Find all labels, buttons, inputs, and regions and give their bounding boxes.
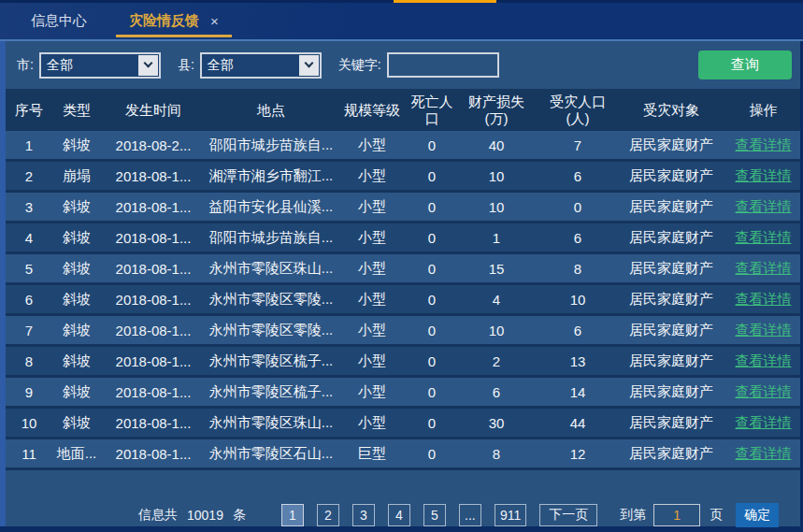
- table-row: 8斜坡2018-08-1...永州市零陵区梳子...小型0213居民家庭财产查看…: [6, 347, 800, 375]
- city-label: 市:: [17, 57, 34, 74]
- tab-disaster-feedback-label: 灾险情反馈: [129, 12, 199, 30]
- table-cell-place: 永州市零陵区珠山...: [206, 414, 337, 432]
- table-cell-target: 居民家庭财产: [619, 198, 724, 216]
- column-header-line: 规模等级: [337, 102, 408, 118]
- view-details-link[interactable]: 查看详情: [724, 322, 803, 339]
- page-button[interactable]: 3: [352, 504, 375, 526]
- tab-disaster-feedback[interactable]: 灾险情反馈 ×: [116, 3, 232, 39]
- column-header-line: 财产损失: [456, 93, 537, 109]
- table-cell-type: 地面...: [52, 445, 101, 463]
- table-cell-deaths: 0: [408, 199, 456, 215]
- table-cell-affected: 6: [537, 323, 619, 338]
- table-cell-scale: 小型: [337, 198, 408, 216]
- city-select[interactable]: 全部: [39, 52, 161, 79]
- view-details-link[interactable]: 查看详情: [724, 414, 803, 432]
- view-details-link[interactable]: 查看详情: [724, 383, 803, 401]
- table-cell-loss: 1: [456, 230, 537, 246]
- table-cell-scale: 小型: [337, 137, 408, 154]
- table-cell-target: 居民家庭财产: [619, 229, 724, 247]
- column-header: 受灾对象: [619, 102, 724, 118]
- city-select-value: 全部: [47, 57, 73, 74]
- table-cell-scale: 小型: [337, 352, 408, 370]
- table-cell-loss: 10: [456, 168, 537, 184]
- page-button[interactable]: ...: [459, 504, 481, 526]
- table-cell-affected: 0: [537, 199, 619, 215]
- table-cell-type: 斜坡: [52, 383, 101, 401]
- page-button[interactable]: 1: [281, 504, 304, 526]
- table-cell-deaths: 0: [408, 323, 456, 338]
- pagination-summary: 信息共 10019 条: [138, 507, 255, 524]
- page-button[interactable]: 5: [423, 504, 446, 526]
- view-details-link[interactable]: 查看详情: [724, 352, 803, 370]
- table-cell-no: 3: [6, 199, 52, 215]
- column-header: 规模等级: [337, 102, 408, 118]
- column-header-line: 发生时间: [101, 102, 206, 118]
- view-details-link[interactable]: 查看详情: [724, 445, 803, 463]
- table-cell-no: 11: [6, 446, 52, 462]
- search-button[interactable]: 查询: [698, 50, 792, 79]
- table-row: 10斜坡2018-08-1...永州市零陵区珠山...小型03044居民家庭财产…: [6, 409, 800, 437]
- page-button[interactable]: 911: [495, 504, 526, 526]
- county-select[interactable]: 全部: [200, 52, 322, 79]
- table-cell-target: 居民家庭财产: [619, 167, 724, 185]
- table-cell-time: 2018-08-1...: [101, 384, 206, 400]
- table-header: 序号类型发生时间地点规模等级死亡人口财产损失(万)受灾人口(人)受灾对象操作: [6, 89, 800, 131]
- table-cell-target: 居民家庭财产: [619, 445, 724, 463]
- table-cell-time: 2018-08-1...: [101, 353, 206, 369]
- view-details-link[interactable]: 查看详情: [724, 198, 803, 216]
- table-cell-type: 斜坡: [52, 198, 101, 216]
- table-cell-target: 居民家庭财产: [619, 137, 724, 154]
- table-row: 5斜坡2018-08-1...永州市零陵区珠山...小型0158居民家庭财产查看…: [6, 254, 800, 282]
- view-details-link[interactable]: 查看详情: [724, 291, 803, 309]
- close-icon[interactable]: ×: [210, 13, 219, 29]
- table-cell-time: 2018-08-1...: [101, 261, 206, 277]
- view-details-link[interactable]: 查看详情: [724, 167, 803, 185]
- view-details-link[interactable]: 查看详情: [724, 229, 803, 247]
- table-cell-no: 1: [6, 137, 52, 153]
- table-cell-type: 斜坡: [52, 229, 101, 247]
- table-cell-no: 10: [6, 415, 52, 431]
- table-cell-deaths: 0: [408, 292, 456, 308]
- table-cell-no: 8: [6, 353, 52, 369]
- table-cell-place: 永州市零陵区零陵...: [206, 291, 337, 309]
- page-buttons: 12345...911: [281, 504, 539, 526]
- table-cell-deaths: 0: [408, 168, 456, 184]
- column-header-line: 受灾对象: [619, 102, 724, 118]
- table-cell-no: 2: [6, 168, 52, 184]
- chevron-down-icon: [138, 55, 158, 76]
- column-header: 操作: [724, 102, 803, 118]
- table-cell-time: 2018-08-1...: [101, 230, 206, 246]
- next-page-button[interactable]: 下一页: [539, 504, 597, 526]
- table-cell-type: 斜坡: [52, 414, 101, 432]
- table-cell-no: 6: [6, 292, 52, 308]
- table-row: 11地面...2018-08-1...永州市零陵区石山...巨型0812居民家庭…: [6, 439, 800, 467]
- confirm-button[interactable]: 确定: [736, 503, 779, 527]
- table-row: 3斜坡2018-08-1...益阳市安化县仙溪...小型0100居民家庭财产查看…: [6, 193, 800, 221]
- table-cell-affected: 6: [537, 168, 619, 184]
- page-button[interactable]: 4: [388, 504, 410, 526]
- table-cell-deaths: 0: [408, 261, 456, 277]
- table-cell-scale: 小型: [337, 260, 408, 278]
- table-cell-place: 永州市零陵区梳子...: [206, 383, 337, 401]
- table-cell-place: 湘潭市湘乡市翻江...: [206, 167, 337, 185]
- content-panel: 市: 全部 县: 全部 关键字: 查询 序号类型发生时间地点规模等级死亡人口财产…: [6, 41, 800, 526]
- table-cell-affected: 8: [537, 261, 619, 277]
- table-cell-affected: 12: [537, 446, 619, 462]
- tab-info-center[interactable]: 信息中心: [31, 3, 87, 39]
- table-cell-no: 9: [6, 384, 52, 400]
- view-details-link[interactable]: 查看详情: [724, 137, 803, 154]
- table-cell-place: 邵阳市城步苗族自...: [206, 137, 337, 154]
- table-cell-place: 永州市零陵区梳子...: [206, 352, 337, 370]
- table-cell-target: 居民家庭财产: [619, 322, 724, 339]
- goto-page-suffix: 页: [710, 507, 723, 524]
- column-header-line: 序号: [6, 102, 52, 118]
- table-cell-time: 2018-08-1...: [101, 446, 206, 462]
- keyword-label: 关键字:: [338, 57, 381, 74]
- goto-page-input[interactable]: [653, 504, 700, 526]
- keyword-input[interactable]: [387, 52, 499, 78]
- filter-bar: 市: 全部 县: 全部 关键字: 查询: [6, 41, 800, 89]
- view-details-link[interactable]: 查看详情: [724, 260, 803, 278]
- page-button[interactable]: 2: [317, 504, 339, 526]
- table-cell-deaths: 0: [408, 230, 456, 246]
- table-cell-scale: 小型: [337, 229, 408, 247]
